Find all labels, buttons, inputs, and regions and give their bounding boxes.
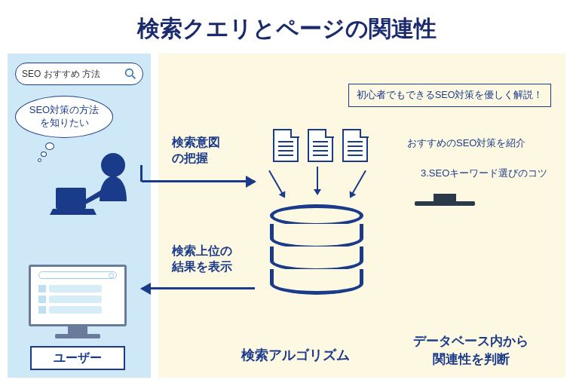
svg-point-2	[101, 153, 125, 177]
person-at-laptop-icon	[38, 129, 151, 234]
database-label: データベース内から関連性を判断	[413, 332, 529, 369]
thought-line1: SEO対策の方法	[29, 104, 99, 115]
search-bar: SEO おすすめ 方法	[15, 63, 143, 85]
svg-point-0	[126, 69, 133, 77]
search-query-text: SEO おすすめ 方法	[22, 68, 100, 81]
user-label: ユーザー	[30, 346, 125, 370]
doc-to-db-arrow	[317, 167, 318, 194]
search-icon	[124, 68, 136, 80]
arrow-to-user	[142, 287, 255, 289]
algorithm-label: 検索アルゴリズム	[241, 346, 350, 364]
documents-icon	[264, 129, 377, 174]
snippet-text: 3.SEOキーワード選びのコツ	[421, 167, 547, 180]
snippet-text: おすすめのSEO対策を紹介	[407, 136, 526, 150]
arrow-label-to-user: 検索上位の結果を表示	[172, 243, 232, 275]
arrow-to-algorithm	[142, 180, 255, 182]
arrow-connector	[140, 165, 142, 182]
diagram-canvas: SEO おすすめ 方法 SEO対策の方法 を知りたい ユーザー	[8, 54, 565, 385]
diagram-title: 検索クエリとページの関連性	[0, 0, 573, 54]
arrow-label-to-algorithm: 検索意図の把握	[172, 135, 220, 167]
thought-line2: を知りたい	[40, 117, 89, 128]
snippet-boxed: 初心者でもできるSEO対策を優しく解説！	[348, 84, 551, 107]
svg-line-1	[132, 75, 135, 78]
database-icon	[270, 204, 363, 295]
svg-rect-3	[56, 188, 86, 209]
results-monitor-icon	[29, 265, 127, 340]
